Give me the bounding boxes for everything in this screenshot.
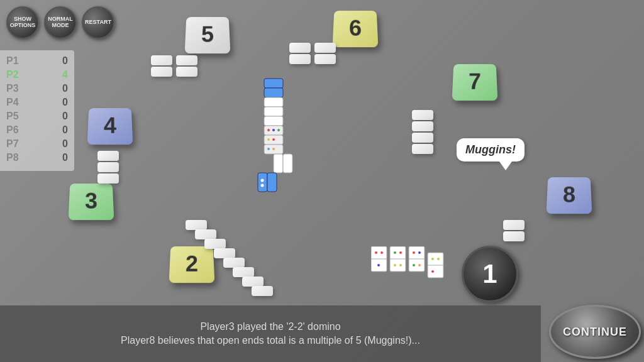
domino-tile xyxy=(151,55,172,65)
svg-point-13 xyxy=(267,148,270,150)
score-panel: P1 0 P2 4 P3 0 P4 0 P5 0 P6 0 P7 0 P8 0 xyxy=(0,50,74,171)
svg-point-35 xyxy=(418,251,421,254)
svg-rect-17 xyxy=(258,173,267,192)
game-board: SHOW OPTIONS NORMAL MODE RESTART P1 0 P2… xyxy=(0,0,644,362)
svg-point-14 xyxy=(272,148,275,150)
score-row-p3: P3 0 xyxy=(6,83,68,94)
message-line-1: Player3 played the '2-2' domino xyxy=(200,321,340,332)
svg-rect-20 xyxy=(267,173,277,192)
svg-point-31 xyxy=(399,264,402,266)
player-token-5: 5 xyxy=(185,17,231,53)
svg-rect-16 xyxy=(283,154,292,173)
domino-tile xyxy=(233,267,254,277)
svg-point-25 xyxy=(377,264,380,266)
small-domino-group xyxy=(371,246,447,299)
score-row-p4: P4 0 xyxy=(6,97,68,108)
player-token-8: 8 xyxy=(547,177,592,214)
speech-bubble: Muggins! xyxy=(457,138,525,162)
domino-tile xyxy=(97,151,119,161)
show-options-button[interactable]: SHOW OPTIONS xyxy=(6,6,39,39)
svg-point-34 xyxy=(413,251,415,254)
domino-tile xyxy=(289,54,311,64)
domino-tile xyxy=(195,229,216,239)
normal-mode-button[interactable]: NORMAL MODE xyxy=(44,6,77,39)
score-row-p8: P8 0 xyxy=(6,152,68,163)
svg-point-8 xyxy=(277,129,280,131)
score-row-p7: P7 0 xyxy=(6,138,68,150)
domino-tile xyxy=(242,277,264,287)
score-row-p1: P1 0 xyxy=(6,55,68,67)
domino-tile xyxy=(214,248,235,258)
svg-point-40 xyxy=(431,258,434,260)
svg-point-28 xyxy=(394,251,396,254)
domino-tile xyxy=(97,162,119,172)
score-row-p5: P5 0 xyxy=(6,111,68,122)
domino-chain xyxy=(214,75,340,214)
message-line-2: Player8 believes that open ends total is… xyxy=(121,335,420,346)
domino-tile xyxy=(314,54,336,64)
player-token-2: 2 xyxy=(169,246,215,283)
svg-rect-15 xyxy=(274,154,283,173)
svg-point-30 xyxy=(394,264,396,266)
svg-point-23 xyxy=(375,251,377,254)
svg-point-41 xyxy=(437,258,440,260)
svg-point-36 xyxy=(413,264,415,266)
svg-rect-2 xyxy=(264,97,283,107)
domino-tile xyxy=(503,231,525,241)
domino-tile xyxy=(252,286,273,296)
svg-rect-4 xyxy=(264,116,283,126)
player-token-7: 7 xyxy=(452,64,498,101)
svg-point-24 xyxy=(380,251,383,254)
domino-tile xyxy=(412,144,433,154)
domino-tile xyxy=(176,55,197,65)
svg-point-29 xyxy=(399,251,402,254)
domino-tile xyxy=(176,67,197,77)
domino-tile xyxy=(503,220,525,230)
player-token-4: 4 xyxy=(87,108,133,145)
svg-point-6 xyxy=(267,129,270,131)
svg-point-7 xyxy=(272,129,275,131)
svg-point-11 xyxy=(272,138,275,141)
domino-tile xyxy=(204,239,226,249)
svg-rect-0 xyxy=(264,79,283,88)
score-row-p2: P2 4 xyxy=(6,69,68,80)
svg-rect-1 xyxy=(264,88,283,97)
domino-tile xyxy=(289,43,311,53)
svg-point-37 xyxy=(418,264,421,266)
score-row-p6: P6 0 xyxy=(6,124,68,136)
player-token-6: 6 xyxy=(333,11,379,47)
restart-button[interactable]: RESTART xyxy=(82,6,114,39)
domino-tile xyxy=(412,110,433,120)
domino-tile xyxy=(223,258,245,268)
domino-tile xyxy=(412,121,433,131)
player1-indicator: 1 xyxy=(462,246,518,302)
domino-tile xyxy=(412,133,433,143)
domino-tile xyxy=(151,67,172,77)
continue-button[interactable]: CONTINUE xyxy=(549,305,641,359)
svg-point-19 xyxy=(261,184,264,187)
message-bar: Player3 played the '2-2' domino Player8 … xyxy=(0,305,541,362)
domino-tile xyxy=(186,220,207,230)
domino-tile xyxy=(97,173,119,184)
svg-rect-3 xyxy=(264,107,283,116)
domino-tile xyxy=(314,43,336,53)
domino-chain-svg xyxy=(214,75,340,214)
svg-point-10 xyxy=(267,138,270,141)
svg-point-18 xyxy=(261,179,264,182)
svg-point-42 xyxy=(431,270,434,273)
player-token-3: 3 xyxy=(69,184,114,220)
